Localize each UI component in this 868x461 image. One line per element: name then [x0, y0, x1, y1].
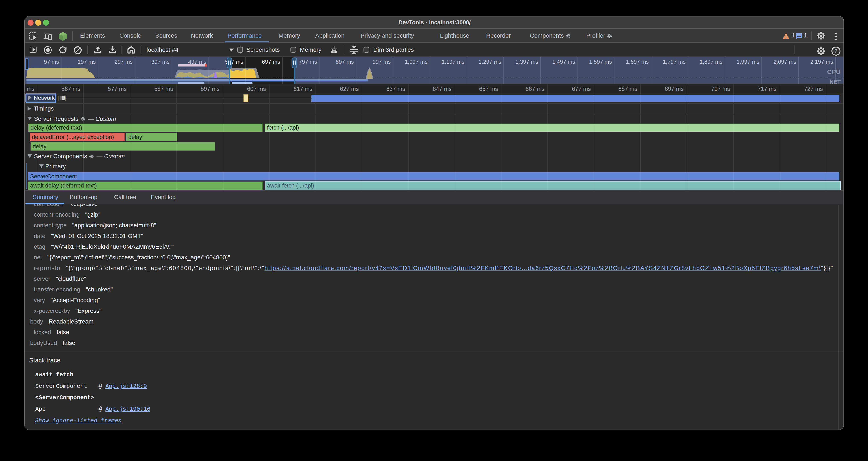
svg-text:?: ? — [834, 48, 838, 54]
